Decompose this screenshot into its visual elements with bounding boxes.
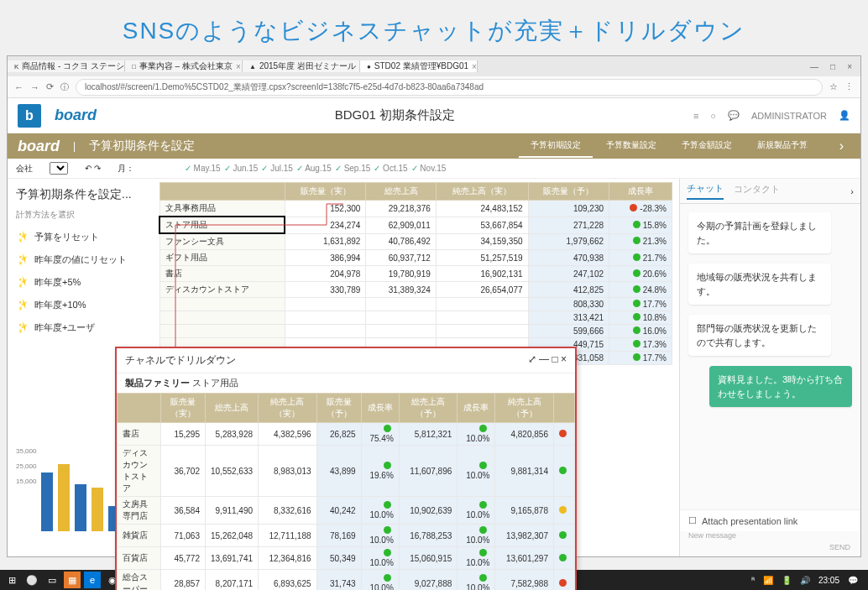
- drill-row[interactable]: 百貨店45,77213,691,74112,364,81650,34910.0%…: [118, 547, 575, 570]
- drill-row[interactable]: 総合スーパー28,8578,207,1716,893,62531,74310.0…: [118, 570, 575, 591]
- company-label: 会社: [16, 163, 33, 175]
- nav-next-icon[interactable]: ›: [833, 138, 850, 154]
- edge-icon[interactable]: e: [84, 572, 101, 588]
- action-item[interactable]: ✨昨年度+10%: [16, 294, 150, 316]
- drill-popup: チャネルでドリルダウン ⤢ — □ × 製品ファミリー ストア用品 販売量（実）…: [115, 347, 577, 590]
- drill-row[interactable]: 文房具専門店36,5849,911,4908,332,61640,24210.0…: [118, 497, 575, 525]
- table-row[interactable]: 313,42110.8%: [159, 311, 672, 325]
- month-filter[interactable]: Jul.15: [261, 164, 292, 173]
- chat-tab-chat[interactable]: チャット: [687, 182, 724, 200]
- month-label: 月：: [118, 163, 134, 175]
- chat-message: 今期の予算計画を登録しました。: [688, 212, 831, 253]
- window-buttons[interactable]: — □ ×: [802, 62, 860, 71]
- table-row[interactable]: 書店204,97819,780,91916,902,131247,10220.6…: [159, 266, 672, 282]
- bar: [75, 484, 86, 531]
- nav-bar: board | 予算初期条件を設定 予算初期設定予算数量設定予算金額設定新規製品…: [8, 133, 860, 159]
- drill-row[interactable]: 書店15,2955,283,9284,382,59626,82575.4%5,8…: [118, 423, 575, 446]
- month-filter[interactable]: Sep.15: [335, 164, 370, 173]
- app-header: b board BDG01 初期条件設定 ≡ ○ 💬 ADMINISTRATOR…: [8, 98, 860, 133]
- wand-icon: ✨: [14, 274, 30, 290]
- minimize-icon[interactable]: —: [810, 62, 818, 71]
- logo-icon[interactable]: b: [18, 104, 41, 128]
- browser-tab[interactable]: ▲2015年度 岩田ゼミナール×: [243, 60, 360, 72]
- hamburger-icon[interactable]: ≡: [693, 111, 698, 121]
- wand-icon: ✨: [14, 229, 30, 244]
- browser-tabs: K商品情報 - コクヨ ステーシ×□事業内容 – 株式会社東京×▲2015年度 …: [8, 56, 860, 76]
- bar: [58, 464, 70, 531]
- nav-title: 予算初期条件を設定: [89, 138, 195, 154]
- task-view-icon[interactable]: ▭: [44, 572, 60, 588]
- chat-expand-icon[interactable]: ›: [850, 186, 854, 196]
- month-filter[interactable]: May.15: [185, 164, 221, 173]
- table-row[interactable]: ディスカウントストア330,78931,389,32426,654,077412…: [159, 282, 672, 298]
- month-filter[interactable]: Jun.15: [224, 164, 259, 173]
- drill-table: 販売量（実）総売上高純売上高（実）販売量（予）成長率総売上高（予）成長率純売上高…: [117, 393, 575, 590]
- url-input[interactable]: localhost/#/screen/1.Demo%5CSTD02_業績管理.c…: [76, 79, 823, 96]
- wifi-icon[interactable]: 📶: [763, 576, 773, 585]
- table-row[interactable]: ギフト用品386,99460,937,71251,257,519470,9382…: [159, 250, 672, 266]
- circle-icon[interactable]: ○: [710, 111, 716, 121]
- action-item[interactable]: ✨昨年度+5%: [16, 271, 150, 294]
- notification-icon[interactable]: 💬: [848, 576, 858, 585]
- content-area: 予算初期条件を設定... 計算方法を選択 ✨予算をリセット✨昨年度の値にリセット…: [8, 179, 860, 556]
- section-title: 予算初期条件を設定...: [16, 187, 150, 202]
- nav-logo: board: [18, 138, 60, 155]
- maximize-icon[interactable]: □: [830, 62, 835, 71]
- browser-tab[interactable]: K商品情報 - コクヨ ステーシ×: [8, 60, 125, 72]
- tray-up-icon[interactable]: ᴿ: [751, 576, 755, 585]
- nav-tab[interactable]: 予算金額設定: [670, 134, 744, 158]
- table-row[interactable]: 文具事務用品152,30029,218,37624,483,152109,230…: [159, 201, 672, 217]
- table-row[interactable]: ファンシー文具1,631,89240,786,49234,159,3501,97…: [159, 233, 672, 250]
- chat-message: 部門毎の販売状況を更新したので共有します。: [688, 315, 831, 356]
- start-icon[interactable]: ⊞: [3, 572, 20, 588]
- table-row[interactable]: 808,33017.7%: [159, 298, 672, 311]
- table-row[interactable]: 599,66616.0%: [159, 325, 672, 338]
- battery-icon[interactable]: 🔋: [782, 576, 792, 585]
- nav-tab[interactable]: 予算数量設定: [594, 134, 668, 158]
- action-item[interactable]: ✨昨年度の値にリセット: [16, 248, 150, 271]
- clock[interactable]: 23:05: [818, 576, 839, 585]
- app-icon[interactable]: ▦: [64, 572, 81, 588]
- drill-row[interactable]: 雑貨店71,06315,262,04812,711,18878,16910.0%…: [118, 525, 575, 547]
- drill-row[interactable]: ディスカウントストア36,70210,552,6338,983,01343,89…: [118, 446, 575, 497]
- back-icon[interactable]: ←: [14, 82, 24, 92]
- drill-sub-label: 製品ファミリー: [125, 378, 190, 388]
- user-label[interactable]: ADMINISTRATOR: [751, 111, 827, 121]
- wand-icon: ✨: [14, 252, 30, 267]
- volume-icon[interactable]: 🔊: [800, 576, 810, 585]
- table-row[interactable]: ストア用品234,27462,909,01153,667,854271,2281…: [159, 217, 672, 233]
- forward-icon[interactable]: →: [30, 82, 39, 92]
- action-item[interactable]: ✨予算をリセット: [16, 226, 150, 248]
- nav-tab[interactable]: 予算初期設定: [519, 134, 593, 158]
- browser-window: K商品情報 - コクヨ ステーシ×□事業内容 – 株式会社東京×▲2015年度 …: [7, 55, 861, 557]
- sub-label: 計算方法を選択: [16, 209, 150, 221]
- chat-icon[interactable]: 💬: [728, 110, 740, 121]
- month-filter[interactable]: Oct.15: [374, 164, 407, 173]
- user-icon[interactable]: 👤: [839, 110, 850, 121]
- company-select[interactable]: [50, 162, 68, 175]
- chat-tab-contact[interactable]: コンタクト: [734, 183, 780, 199]
- y-axis-tick: 35,00025,00015,000: [16, 447, 36, 485]
- close-icon[interactable]: ×: [847, 62, 852, 71]
- menu-icon[interactable]: ⋮: [844, 81, 854, 92]
- month-filter[interactable]: Aug.15: [296, 164, 332, 173]
- drill-sub-value: ストア用品: [192, 378, 238, 388]
- nav-tab[interactable]: 新規製品予算: [745, 134, 819, 158]
- bar: [92, 488, 103, 531]
- wand-icon: ✨: [14, 297, 30, 312]
- drill-window-controls[interactable]: ⤢ — □ ×: [528, 353, 567, 368]
- slide-title: SNSのようなビジネスチャットが充実＋ドリルダウン: [0, 0, 868, 55]
- brand-logo: board: [55, 107, 97, 124]
- wand-icon: ✨: [14, 320, 30, 335]
- reload-icon[interactable]: ⟳: [46, 81, 54, 92]
- main-table: 販売量（実）総売上高純売上高（実）販売量（予）成長率 文具事務用品152,300…: [159, 182, 672, 365]
- chat-message: 資料見ました。3時から打ち合わせをしましょう。: [709, 366, 852, 407]
- action-item[interactable]: ✨昨年度+ユーザ: [16, 316, 150, 339]
- search-icon[interactable]: ⚪: [24, 572, 40, 588]
- browser-tab[interactable]: ●STD02 業績管理¥BDG01×: [360, 60, 478, 72]
- star-icon[interactable]: ☆: [829, 81, 838, 92]
- browser-tab[interactable]: □事業内容 – 株式会社東京×: [125, 60, 243, 72]
- chat-message: 地域毎の販売状況を共有します。: [688, 264, 831, 305]
- month-filter[interactable]: Nov.15: [411, 164, 447, 173]
- bar: [41, 473, 53, 531]
